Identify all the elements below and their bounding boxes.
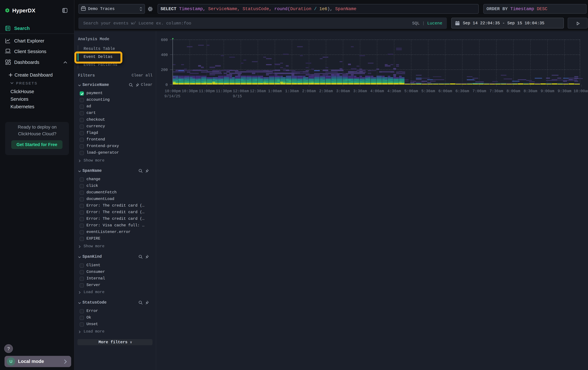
svg-text:12:00am: 12:00am: [233, 89, 249, 93]
svg-text:8:00am: 8:00am: [506, 89, 520, 93]
svg-text:3:30am: 3:30am: [353, 89, 367, 93]
svg-text:9/14/25: 9/14/25: [164, 94, 180, 99]
svg-text:2:30am: 2:30am: [319, 89, 333, 93]
svg-text:1:30am: 1:30am: [285, 89, 299, 93]
svg-text:7:30am: 7:30am: [489, 89, 503, 93]
svg-text:0: 0: [166, 83, 168, 87]
svg-text:12:30am: 12:30am: [250, 89, 266, 93]
svg-text:4:00am: 4:00am: [370, 89, 384, 93]
svg-text:8:30am: 8:30am: [524, 89, 537, 93]
svg-text:4:30am: 4:30am: [387, 89, 401, 93]
svg-text:7:00am: 7:00am: [472, 89, 486, 93]
svg-text:9:00am: 9:00am: [541, 89, 554, 93]
svg-text:200: 200: [161, 68, 168, 72]
svg-text:6:00am: 6:00am: [438, 89, 452, 93]
svg-text:11:00pm: 11:00pm: [199, 89, 215, 93]
svg-text:600: 600: [161, 38, 168, 42]
svg-text:400: 400: [161, 53, 168, 57]
svg-text:9/15: 9/15: [233, 94, 242, 99]
svg-text:9:30am: 9:30am: [558, 89, 571, 93]
svg-text:10:00pm: 10:00pm: [165, 89, 181, 93]
svg-text:6:30am: 6:30am: [455, 89, 469, 93]
svg-text:10:30pm: 10:30pm: [182, 89, 198, 93]
svg-text:5:30am: 5:30am: [421, 89, 435, 93]
svg-text:10:00am: 10:00am: [574, 89, 588, 93]
svg-text:11:30pm: 11:30pm: [216, 89, 232, 93]
svg-text:1:00am: 1:00am: [268, 89, 282, 93]
svg-text:5:00am: 5:00am: [404, 89, 418, 93]
svg-text:2:00am: 2:00am: [302, 89, 316, 93]
svg-text:3:00am: 3:00am: [336, 89, 350, 93]
